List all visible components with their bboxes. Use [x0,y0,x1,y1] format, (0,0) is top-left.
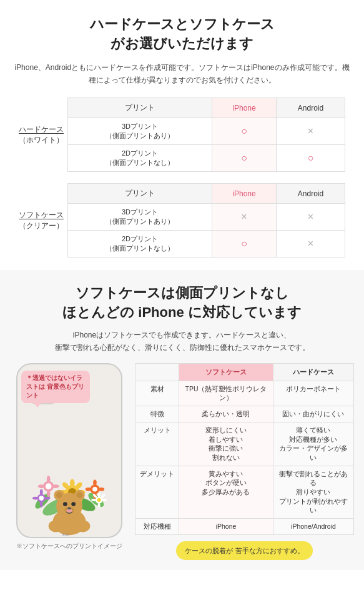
comparison-area: ＊透過ではないイラストは 背景色もプリント [10,363,354,560]
row3-label: 3Dプリント（側面プリントあり） [68,204,212,231]
table-row: 2Dプリント（側面プリントなし） ○ × [68,231,345,258]
soft-merit: 変形しにくい着しやすい衝撃に強い割れない [179,422,273,466]
row1-label: 3Dプリント（側面プリントあり） [68,118,212,145]
svg-point-7 [70,479,75,487]
svg-point-37 [91,499,96,501]
row2-iphone: ○ [212,145,277,172]
svg-point-16 [46,483,52,489]
svg-point-32 [44,496,51,499]
comp-row-feature: 特徴 柔らかい・透明 固い・曲がりにくい [135,406,354,422]
comparison-table: ソフトケース ハードケース 素材 TPU（熱可塑性ポリウレタン） ポリカーボネー… [135,363,354,535]
col-android-1: Android [276,98,345,118]
tip-bubble: ケースの脱着が 苦手な方におすすめ。 [176,541,312,561]
soft-demerit: 黄みやすいボタンが硬い多少厚みがある [179,466,273,518]
section1: ハードケースとソフトケース がお選びいただけます iPhone、Androidと… [0,0,364,270]
hard-device: iPhone/Android [273,519,353,535]
phone-mockup: ＊透過ではないイラストは 背景色もプリント [16,363,122,538]
row4-android: × [276,231,345,258]
soft-case-table: プリント iPhone Android 3Dプリント（側面プリントあり） × ×… [67,183,345,258]
svg-point-31 [32,496,39,499]
svg-point-19 [38,484,45,488]
soft-feature: 柔らかい・透明 [179,406,273,422]
tip-row: ケースの脱着が 苦手な方におすすめ。 [135,535,354,561]
table-row: 3Dプリント（側面プリントあり） × × [68,204,345,231]
row4-label: 2Dプリント（側面プリントなし） [68,231,212,258]
col-iphone-2: iPhone [212,184,277,204]
comp-row-material: 素材 TPU（熱可塑性ポリウレタン） ポリカーボネート [135,381,354,406]
svg-point-47 [63,502,67,506]
note-bubble: ＊透過ではないイラストは 背景色もプリント [21,371,90,403]
soft-device: iPhone [179,519,273,535]
svg-point-44 [56,492,62,498]
col-android-2: Android [276,184,345,204]
table-row: 3Dプリント（側面プリントあり） ○ × [68,118,345,145]
svg-point-28 [39,496,44,501]
section2-title: ソフトケースは側面プリントなし ほとんどの iPhone に対応しています [10,284,354,322]
svg-point-25 [86,488,92,491]
soft-case-label: ソフトケース （クリアー） [19,210,64,231]
hard-merit: 薄くて軽い対応機種が多いカラー・デザインが多い [273,422,353,466]
label-material: 素材 [135,381,179,406]
hard-case-table: プリント iPhone Android 3Dプリント（側面プリントあり） ○ ×… [67,98,345,172]
col-iphone-1: iPhone [212,98,277,118]
svg-point-48 [71,502,76,506]
section2-description: iPhoneはソフトケースでも作成できます。ハードケースと違い、 衝撃で割れる心… [10,329,354,354]
svg-point-36 [98,502,101,508]
row1-iphone: ○ [212,118,277,145]
comp-row-demerit: デメリット 黄みやすいボタンが硬い多少厚みがある 衝撃で割れることがある滑りやす… [135,466,354,518]
section1-description: iPhone、Androidともにハードケースを作成可能です。ソフトケースはiP… [12,61,352,87]
svg-point-53 [76,520,90,532]
svg-point-51 [67,507,71,509]
row2-android: ○ [276,145,345,172]
svg-point-38 [102,499,107,501]
svg-point-26 [99,488,105,491]
col-print-2: プリント [68,184,212,204]
svg-point-22 [92,487,97,492]
label-demerit: デメリット [135,466,179,518]
soft-material: TPU（熱可塑性ポリウレタン） [179,381,273,406]
label-merit: メリット [135,422,179,466]
hard-case-table-wrap: ハードケース （ホワイト） プリント iPhone Android 3Dプリント… [19,98,345,172]
svg-point-23 [93,479,97,486]
svg-point-20 [52,484,59,488]
svg-point-30 [40,501,43,508]
svg-text:little: little [62,532,69,536]
label-feature: 特徴 [135,406,179,422]
row1-android: × [276,118,345,145]
phone-bottom-label: ※ソフトケースへのプリントイメージ [10,542,129,551]
hard-feature: 固い・曲がりにくい [273,406,353,422]
svg-point-46 [76,492,82,498]
flower-illustration: little mitten [17,412,121,537]
hard-material: ポリカーボネート [273,381,353,406]
hard-case-label: ハードケース （ホワイト） [19,124,64,146]
comp-col-soft: ソフトケース [179,363,273,381]
hard-demerit: 衝撃で割れることがある滑りやすいプリントが剥がれやすい [273,466,353,518]
section2: ソフトケースは側面プリントなし ほとんどの iPhone に対応しています iP… [0,270,364,570]
row3-iphone: × [212,204,277,231]
row4-iphone: ○ [212,231,277,258]
comp-col-hard: ハードケース [273,363,353,381]
comp-col-label [135,363,179,381]
table-row: 2Dプリント（側面プリントなし） ○ ○ [68,145,345,172]
comp-row-device: 対応機種 iPhone iPhone/Android [135,519,354,535]
tables-container: ハードケース （ホワイト） プリント iPhone Android 3Dプリント… [12,98,352,258]
svg-point-35 [98,492,101,497]
svg-point-18 [47,490,51,497]
svg-point-29 [40,489,43,496]
phone-area: ＊透過ではないイラストは 背景色もプリント [10,363,129,551]
col-print-1: プリント [68,98,212,118]
soft-case-table-wrap: ソフトケース （クリアー） プリント iPhone Android 3Dプリント… [19,183,345,258]
label-device: 対応機種 [135,519,179,535]
svg-point-17 [47,476,51,482]
section1-title: ハードケースとソフトケース がお選びいただけます [12,15,352,54]
row3-android: × [276,204,345,231]
svg-point-52 [49,520,63,532]
comp-row-merit: メリット 変形しにくい着しやすい衝撃に強い割れない 薄くて軽い対応機種が多いカラ… [135,422,354,466]
svg-point-34 [97,498,101,502]
comparison-table-wrap: ソフトケース ハードケース 素材 TPU（熱可塑性ポリウレタン） ポリカーボネー… [135,363,354,560]
row2-label: 2Dプリント（側面プリントなし） [68,145,212,172]
